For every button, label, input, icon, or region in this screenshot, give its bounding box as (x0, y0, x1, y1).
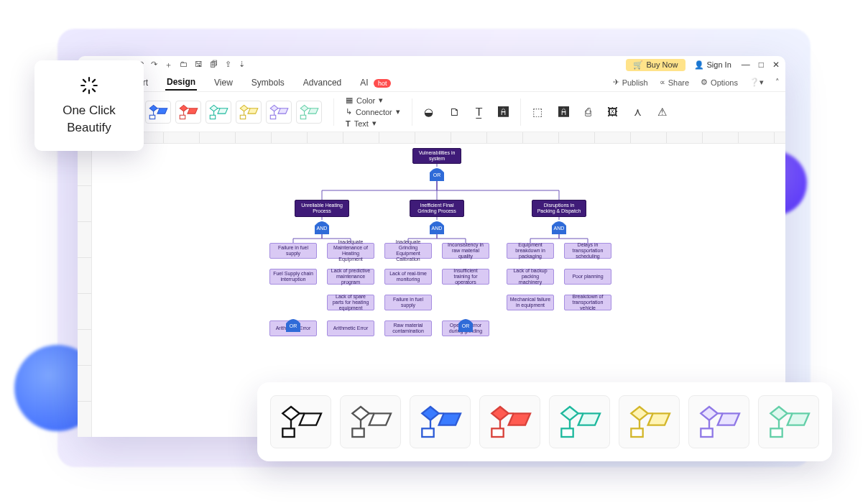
help-button[interactable]: ❔▾ (749, 78, 764, 87)
gate-and[interactable]: AND (313, 220, 331, 234)
gate-or[interactable]: OR (457, 318, 474, 332)
tool-icon-4[interactable]: 🅰 (498, 106, 509, 119)
diagram-node[interactable]: Inadequate Grinding Equipment Calibratio… (384, 243, 432, 259)
sign-in-button[interactable]: 👤 Sign In (694, 60, 731, 70)
swatch-theme-blue[interactable] (410, 395, 471, 448)
svg-marker-63 (352, 407, 369, 420)
gate-and[interactable]: AND (428, 220, 445, 234)
new-file-icon[interactable]: ＋ (165, 60, 172, 70)
export-icon[interactable]: ⇪ (225, 60, 231, 70)
diagram-node[interactable]: Failure in fuel supply (384, 295, 432, 310)
open-file-icon[interactable]: 🗀 (180, 60, 188, 70)
tab-symbols[interactable]: Symbols (250, 75, 286, 90)
diagram-node[interactable]: Fuel Supply chain interruption (269, 269, 317, 285)
swatch-theme-lilac[interactable] (688, 395, 749, 448)
qat-more-icon[interactable]: ⇣ (239, 60, 245, 70)
diagram-node[interactable]: Lack of spare parts for heating equipmen… (327, 295, 374, 310)
svg-rect-17 (180, 115, 185, 119)
tool-icon-9[interactable]: ⋏ (634, 106, 642, 119)
diagram-node[interactable]: Insufficient training for operators (442, 269, 489, 285)
buy-now-button[interactable]: 🛒 Buy Now (626, 59, 685, 71)
publish-button[interactable]: ✈ Publish (613, 78, 648, 87)
gate-or[interactable]: OR (428, 167, 445, 181)
swatch-theme-teal[interactable] (549, 395, 610, 448)
diagram-node[interactable]: Disruptions in Packing & Dispatch (532, 200, 586, 217)
diagram-node[interactable]: Lack of real-time monitoring (384, 269, 432, 285)
minimize-button[interactable]: — (742, 60, 750, 70)
svg-marker-84 (647, 413, 669, 425)
theme-blue[interactable] (145, 101, 171, 124)
diagram-node[interactable]: Failure in fuel supply (269, 243, 317, 259)
swatch-theme-mint[interactable] (758, 395, 819, 448)
theme-red[interactable] (175, 101, 201, 124)
svg-text:AND: AND (432, 226, 443, 231)
diagram-node[interactable]: Lack of predictive maintenance program (327, 269, 374, 285)
share-label: Share (668, 78, 689, 87)
tool-icon-3[interactable]: T̲ (476, 106, 482, 119)
connector-dropdown[interactable]: ↳Connector▾ (346, 107, 400, 116)
tool-icon-6[interactable]: 🅰 (558, 106, 569, 119)
options-label: Options (711, 78, 738, 87)
tool-icon-2[interactable]: 🗋 (449, 106, 460, 119)
swatch-theme-bw[interactable] (270, 395, 331, 448)
svg-marker-21 (218, 108, 228, 113)
connector-label: Connector (356, 108, 392, 116)
svg-marker-93 (770, 407, 787, 420)
callout-title: One Click Beautify (43, 102, 135, 137)
swatch-theme-outline[interactable] (340, 395, 401, 448)
diagram-node[interactable]: Raw material contamination (384, 320, 432, 336)
svg-rect-85 (631, 428, 642, 437)
theme-teal[interactable] (206, 101, 231, 124)
swatch-theme-yellow[interactable] (619, 395, 680, 448)
svg-marker-20 (210, 105, 218, 111)
redo-icon[interactable]: ↷ (151, 60, 157, 70)
share-button[interactable]: ∝ Share (660, 78, 689, 87)
diagram-node[interactable]: Inadequate Maintenance of Heating Equipm… (327, 243, 374, 259)
diagram-node[interactable]: Equipment breakdown in packaging (507, 243, 554, 259)
svg-text:AND: AND (317, 226, 328, 231)
diagram-node[interactable]: Unreliable Heating Process (295, 200, 349, 217)
diagram-node[interactable]: Arithmetic Error (327, 320, 374, 336)
maximize-button[interactable]: □ (759, 60, 764, 70)
collapse-ribbon-button[interactable]: ˄ (775, 78, 780, 87)
tool-icon-1[interactable]: ◒ (424, 106, 433, 119)
theme-lilac[interactable] (266, 101, 292, 124)
diagram-node[interactable]: Poor planning (564, 269, 611, 285)
tab-advanced[interactable]: Advanced (302, 75, 343, 90)
diagram-node[interactable]: Lack of backup packing machinery (507, 269, 554, 285)
svg-text:OR: OR (462, 323, 470, 328)
menu-bar: Home Insert Design View Symbols Advanced… (78, 73, 785, 92)
quick-access-toolbar: ↶ ↷ ＋ 🗀 🖫 🗐 ⇪ ⇣ (137, 60, 245, 70)
diagram-node[interactable]: Mechanical failure in equipment (507, 295, 554, 310)
tool-icon-8[interactable]: 🖾 (607, 106, 618, 119)
diagram-node[interactable]: Delays in transportation scheduling (564, 243, 611, 259)
options-button[interactable]: ⚙ Options (701, 78, 738, 87)
user-icon: 👤 (694, 60, 704, 70)
tool-icon-10[interactable]: ⚠ (657, 106, 667, 119)
color-dropdown[interactable]: ▦Color▾ (346, 96, 400, 105)
theme-yellow[interactable] (236, 101, 262, 124)
gate-or[interactable]: OR (285, 318, 302, 332)
tool-icon-7[interactable]: ⎙ (585, 106, 591, 119)
tab-ai[interactable]: AI hot (359, 75, 392, 90)
diagram-node[interactable]: Inconsistency in raw material quality (442, 243, 489, 259)
theme-mint[interactable] (296, 101, 322, 124)
ribbon: ▦Color▾ ↳Connector▾ TText▾ ◒ 🗋 T̲ 🅰 ⬚ 🅰 … (78, 92, 785, 132)
tool-icon-5[interactable]: ⬚ (532, 106, 542, 119)
text-dropdown[interactable]: TText▾ (346, 119, 400, 128)
close-button[interactable]: ✕ (772, 60, 780, 70)
hot-badge: hot (374, 79, 392, 88)
diagram-node[interactable]: Inefficient Final Grinding Process (410, 200, 464, 217)
diagram-node[interactable]: Breakdown of transportation vehicle (564, 295, 611, 310)
callout-card: One Click Beautify (34, 60, 144, 151)
tab-view[interactable]: View (213, 75, 234, 90)
tab-design[interactable]: Design (165, 75, 197, 91)
separator (520, 98, 521, 126)
diagram-node[interactable]: Vulnerabilities in system (412, 148, 461, 164)
svg-rect-80 (561, 428, 573, 437)
svg-line-55 (93, 89, 95, 91)
save-as-icon[interactable]: 🗐 (210, 60, 218, 70)
gate-and[interactable]: AND (550, 220, 568, 234)
swatch-theme-red[interactable] (479, 395, 540, 448)
save-icon[interactable]: 🖫 (195, 60, 203, 70)
